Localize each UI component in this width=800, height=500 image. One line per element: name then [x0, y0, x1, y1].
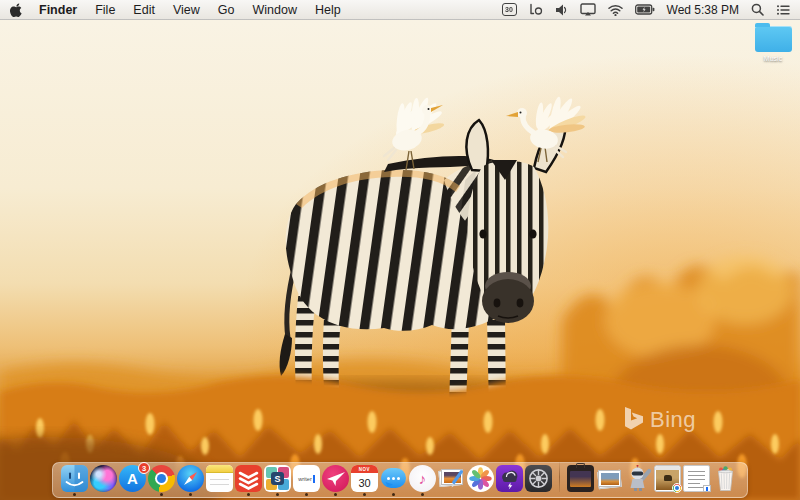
ia-writer-icon: writer [293, 465, 320, 492]
weather-icon [496, 465, 523, 492]
dock: A 3 S writer [52, 462, 748, 498]
dock-safari[interactable] [177, 465, 204, 492]
menu-item-window[interactable]: Window [252, 3, 296, 17]
menu-bar-clock[interactable]: Wed 5:38 PM [667, 3, 739, 17]
briefcase-stack-icon [567, 465, 594, 492]
photos-icon [467, 465, 494, 492]
dock-finder[interactable] [61, 465, 88, 492]
minimized-chrome-window-icon [654, 465, 681, 492]
preview-icon [438, 465, 465, 492]
automator-robot-icon [625, 465, 652, 492]
bing-logo-text: Bing [650, 407, 696, 433]
finder-icon [61, 465, 88, 492]
dock-notes[interactable] [206, 465, 233, 492]
safari-icon [177, 465, 204, 492]
trash-full-icon [712, 465, 739, 492]
folder-icon[interactable] [755, 26, 792, 52]
dock-photos[interactable] [467, 465, 494, 492]
calendar-day-menu-icon[interactable]: 30 [502, 3, 517, 16]
dock-chrome[interactable] [148, 465, 175, 492]
itunes-icon: ♪ [409, 465, 436, 492]
siri-icon [90, 465, 117, 492]
menu-item-edit[interactable]: Edit [133, 3, 155, 17]
dock-slack[interactable]: S [264, 465, 291, 492]
notification-center-icon[interactable] [776, 4, 790, 16]
dock-minimized-document[interactable] [683, 465, 710, 492]
paper-plane-icon [322, 465, 349, 492]
dock-trash[interactable] [712, 465, 739, 492]
bing-watermark: Bing [624, 406, 696, 434]
pictures-stack-icon [596, 465, 623, 492]
dock-calendar[interactable]: NOV30 [351, 465, 378, 492]
dock-automator[interactable] [625, 465, 652, 492]
bing-logo-icon [624, 406, 644, 434]
menu-item-view[interactable]: View [173, 3, 200, 17]
dock-app-store[interactable]: A 3 [119, 465, 146, 492]
dock-weather[interactable] [496, 465, 523, 492]
dock-pictures-stack[interactable] [596, 465, 623, 492]
menu-item-go[interactable]: Go [218, 3, 235, 17]
minimized-document-icon [683, 465, 710, 492]
dock-itunes[interactable]: ♪ [409, 465, 436, 492]
spotlight-search-icon[interactable] [751, 3, 764, 16]
chrome-icon [148, 465, 175, 492]
macos-desktop-screen: Finder File Edit View Go Window Help 30 [0, 0, 800, 500]
menu-item-file[interactable]: File [95, 3, 115, 17]
menu-item-help[interactable]: Help [315, 3, 341, 17]
audio-device-menu-icon[interactable] [529, 3, 543, 16]
dock-ia-writer[interactable]: writer [293, 465, 320, 492]
dock-briefcase-stack[interactable] [567, 465, 594, 492]
folder-label: Music [764, 55, 782, 62]
menu-item-finder[interactable]: Finder [39, 3, 77, 17]
dock-minimized-chrome-window[interactable] [654, 465, 681, 492]
dock-system-preferences[interactable] [525, 465, 552, 492]
calendar-icon: NOV30 [351, 465, 378, 492]
messages-icon [380, 465, 407, 492]
app-store-badge: 3 [138, 462, 150, 474]
todoist-icon [235, 465, 262, 492]
desktop[interactable]: Bing Music [0, 20, 800, 500]
dock-divider [559, 462, 560, 492]
system-preferences-icon [525, 465, 552, 492]
menu-bar-status: 30 Wed 5:38 PM [502, 3, 790, 17]
apple-logo-icon [10, 3, 23, 17]
display-mirroring-menu-icon[interactable] [580, 3, 596, 16]
menu-bar: Finder File Edit View Go Window Help 30 [0, 0, 800, 20]
dock-preview[interactable] [438, 465, 465, 492]
dock-airmail[interactable] [322, 465, 349, 492]
desktop-folder[interactable]: Music [752, 26, 794, 62]
dock-todoist[interactable] [235, 465, 262, 492]
apple-menu[interactable] [10, 3, 23, 17]
slack-icon: S [264, 465, 291, 492]
notes-icon [206, 465, 233, 492]
battery-charging-menu-icon[interactable] [635, 4, 655, 15]
wifi-menu-icon[interactable] [608, 4, 623, 16]
dock-siri[interactable] [90, 465, 117, 492]
dock-messages[interactable] [380, 465, 407, 492]
volume-menu-icon[interactable] [555, 4, 568, 16]
menu-bar-left: Finder File Edit View Go Window Help [10, 3, 341, 17]
